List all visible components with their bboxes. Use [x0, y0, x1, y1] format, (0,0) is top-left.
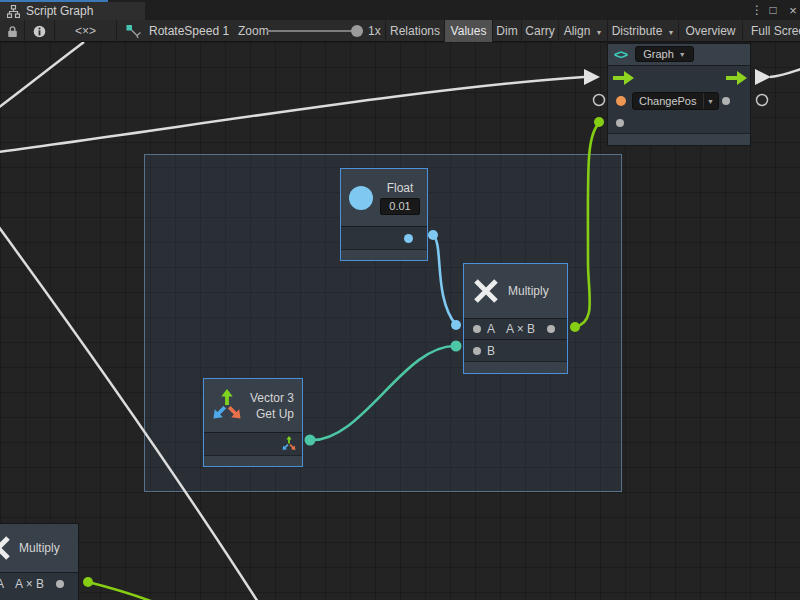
toolbar-button-distribute[interactable]: Distribute ▼ — [607, 20, 678, 42]
wire-green-bottom-multiply-out — [88, 582, 156, 600]
button-label: Distribute — [612, 24, 663, 38]
vector-node-header: Vector 3 Get Up — [204, 379, 302, 432]
graph-type-dropdown[interactable]: Graph ▼ — [635, 46, 694, 62]
tab-title: Script Graph — [26, 4, 93, 18]
graph-canvas[interactable]: <> Graph ▼ ChangePos ▼ — [0, 42, 800, 600]
graph-name-label: RotateSpeed 1 — [149, 24, 229, 38]
button-label: Overview — [685, 24, 735, 38]
lock-icon — [7, 25, 18, 38]
toolbar-button-overview[interactable]: Overview — [678, 20, 742, 42]
vector3-axes-icon — [210, 389, 244, 423]
node-subtitle: Get Up — [256, 407, 294, 421]
port-orange-input[interactable] — [616, 96, 626, 106]
chevron-down-icon: ▼ — [679, 51, 686, 58]
port-label-output: A × B — [506, 322, 535, 336]
node-footer — [341, 249, 427, 260]
zoom-value: 1x — [368, 24, 381, 38]
port-label-a: A — [487, 322, 495, 336]
node-title: Float — [387, 181, 414, 195]
changepos-dropdown[interactable]: ChangePos ▼ — [632, 92, 719, 110]
port-input[interactable] — [616, 119, 624, 127]
toolbar-button-fullscreen[interactable]: Full Screen — [742, 20, 800, 42]
port-vector3-output-icon[interactable] — [281, 436, 297, 452]
toolbar-button-align[interactable]: Align ▼ — [558, 20, 607, 42]
node-title: Vector 3 — [250, 391, 294, 405]
chevron-down-icon: ▼ — [707, 98, 714, 105]
script-brackets-icon: <> — [614, 47, 627, 62]
button-label: Carry — [525, 24, 554, 38]
float-literal-node[interactable]: Float 0.01 — [340, 168, 428, 261]
graph-node-header: <> Graph ▼ — [608, 44, 750, 65]
maximize-icon[interactable]: □ — [767, 3, 779, 17]
multiply-node[interactable]: Multiply A A × B B — [463, 263, 568, 374]
float-type-icon — [349, 186, 373, 210]
multiply-node-partial[interactable]: Multiply A A × B — [0, 523, 79, 600]
flow-output-arrow-icon[interactable] — [726, 71, 747, 85]
node-title: Multiply — [508, 284, 549, 298]
multiply-node-header: Multiply — [0, 524, 78, 572]
chevron-down-icon: ▼ — [667, 29, 674, 36]
wire-cap — [83, 577, 93, 587]
graph-breadcrumb[interactable]: RotateSpeed 1 — [126, 20, 229, 42]
graph-toolbar: <×> RotateSpeed 1 Zoom 1x Relations Valu… — [0, 20, 800, 42]
button-label: Full Screen — [751, 24, 800, 38]
port-input-b[interactable] — [473, 347, 481, 355]
graph-type-label: Graph — [643, 48, 674, 60]
port-float-output[interactable] — [404, 234, 413, 243]
toolbar-button-relations[interactable]: Relations — [385, 20, 444, 42]
zoom-slider-track[interactable] — [267, 30, 362, 32]
info-icon — [33, 25, 46, 38]
window-controls: ⋮ □ × — [751, 0, 799, 20]
close-icon[interactable]: × — [787, 3, 799, 18]
flow-arrowhead-right — [755, 69, 771, 85]
graph-unit-node[interactable]: <> Graph ▼ ChangePos ▼ — [607, 43, 751, 146]
float-node-header: Float 0.01 — [341, 169, 427, 226]
script-graph-asset-icon — [126, 24, 142, 39]
flow-port-row — [608, 65, 750, 91]
toolbar-button-dim[interactable]: Dim — [492, 20, 521, 42]
multiply-node-header: Multiply — [464, 264, 567, 318]
port-input-a[interactable] — [473, 325, 481, 333]
wire-white-out-of-graph-node — [770, 69, 800, 77]
wire-white-upper-left — [0, 42, 84, 108]
script-graph-window: Script Graph ⋮ □ × <×> — [0, 0, 800, 600]
float-output-row — [341, 226, 427, 249]
graph-tree-icon — [7, 5, 20, 18]
node-footer — [608, 133, 750, 145]
changepos-value: ChangePos — [633, 95, 703, 107]
multiply-row-a: A A × B — [0, 572, 78, 594]
wire-white-into-graph-node — [0, 77, 584, 152]
button-label: Relations — [390, 24, 440, 38]
multiply-row-a: A A × B — [464, 318, 567, 340]
toolbar-button-carry[interactable]: Carry — [521, 20, 558, 42]
tab-script-graph[interactable]: Script Graph — [0, 2, 145, 20]
window-menu-icon[interactable]: ⋮ — [751, 3, 759, 17]
node-footer — [204, 455, 302, 466]
port-output[interactable] — [547, 325, 555, 333]
port-label-a: A — [0, 577, 4, 591]
lock-button[interactable] — [0, 20, 25, 42]
vector3-get-up-node[interactable]: Vector 3 Get Up — [203, 378, 303, 467]
multiply-x-icon — [473, 278, 499, 304]
port-output[interactable] — [722, 97, 730, 105]
zoom-slider-handle[interactable] — [351, 25, 363, 37]
port-output[interactable] — [56, 580, 64, 588]
float-value-field[interactable]: 0.01 — [380, 198, 420, 215]
toolbar-button-values[interactable]: Values — [444, 20, 492, 42]
empty-port-ring-right[interactable] — [757, 95, 768, 106]
flow-input-arrow-icon[interactable] — [613, 71, 634, 85]
vector-output-row — [204, 432, 302, 455]
button-label: Values — [451, 24, 487, 38]
code-view-button[interactable]: <×> — [55, 20, 117, 42]
changepos-row: ChangePos ▼ — [608, 91, 750, 113]
empty-port-ring-left[interactable] — [594, 95, 605, 106]
zoom-label: Zoom — [238, 24, 269, 38]
button-label: Align — [564, 24, 591, 38]
node-footer — [464, 361, 567, 373]
info-button[interactable] — [25, 20, 55, 42]
tab-bar: Script Graph ⋮ □ × — [0, 0, 800, 20]
multiply-row-b: B — [464, 339, 567, 361]
wire-cap — [594, 117, 604, 127]
flow-arrowhead-left — [584, 69, 600, 85]
multiply-x-icon — [0, 535, 11, 561]
